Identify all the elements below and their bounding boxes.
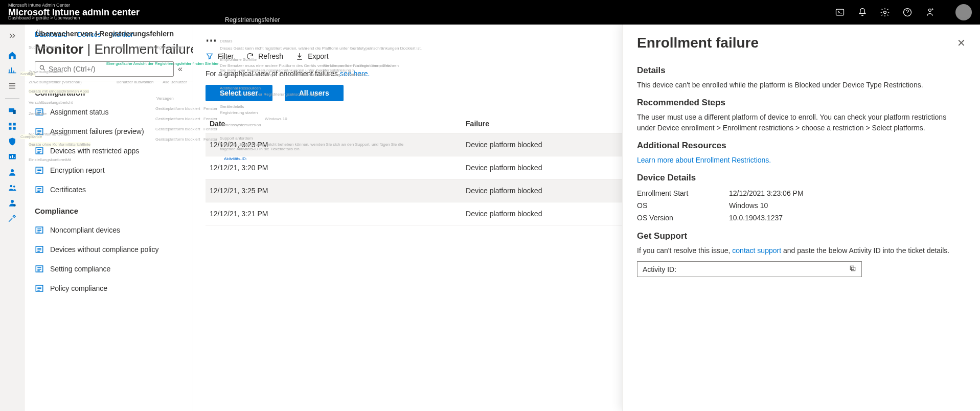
steps-heading: Recommended Steps (637, 98, 966, 108)
svg-point-19 (40, 65, 43, 69)
all-services-icon[interactable] (7, 81, 17, 91)
resources-link[interactable]: Learn more about Enrollment Restrictions… (637, 156, 771, 164)
devices-icon[interactable] (7, 106, 17, 116)
nav-encryption[interactable]: Encryption report (25, 161, 193, 180)
kv-os-version: OS Version 10.0.19043.1237 (637, 212, 966, 224)
contact-support-link[interactable]: contact support (732, 246, 781, 255)
svg-rect-9 (13, 127, 15, 130)
col-date[interactable]: Date (206, 115, 462, 133)
details-text: This device can't be enrolled while the … (637, 80, 966, 90)
select-user-button[interactable]: Select user (206, 85, 272, 101)
page-title: Monitor | Enrollment failures (25, 41, 193, 61)
info-link[interactable]: see here. (340, 70, 370, 78)
section-configuration: Configuration (25, 81, 193, 102)
nav-noncompliant[interactable]: Noncompliant devices (25, 220, 193, 240)
support-text: If you can't resolve this issue, contact… (637, 245, 966, 256)
kv-enrollment-start: Enrollment Start 12/12/2021 3:23:06 PM (637, 187, 966, 199)
copy-icon[interactable] (849, 265, 856, 273)
collapse-nav-icon[interactable]: « (178, 64, 183, 74)
list-icon (35, 284, 44, 293)
nav-devices-restricted[interactable]: Devices with restricted apps (25, 141, 193, 161)
steps-text: The user must use a different platform o… (637, 112, 966, 133)
topbar-brand: Microsoft Intune Admin Center Microsoft … (8, 3, 140, 21)
export-label: Export (308, 52, 328, 60)
tenant-admin-icon[interactable] (7, 198, 17, 208)
resources-heading: Additional Resources (637, 141, 966, 151)
filter-button[interactable]: Filter (206, 52, 234, 60)
nav-setting-compliance[interactable]: Setting compliance (25, 259, 193, 279)
breadcrumb-sep: › (103, 31, 109, 38)
export-button[interactable]: Export (295, 52, 328, 60)
breadcrumb-monitor[interactable]: Monitor (111, 31, 133, 38)
feedback-icon[interactable] (925, 7, 935, 17)
expand-nav-icon[interactable] (5, 29, 19, 45)
apps-icon[interactable] (7, 121, 17, 131)
kv-val: 10.0.19043.1237 (729, 214, 783, 222)
nav-certificates[interactable]: Certificates (25, 180, 193, 199)
list-icon (35, 107, 44, 117)
breadcrumb-sep: › (69, 31, 75, 38)
nav-label: Assignment status (50, 108, 108, 116)
kv-key: Enrollment Start (637, 189, 729, 197)
nav-assignment-status[interactable]: Assignment status (25, 102, 193, 122)
left-rail: Compliance Konfiguration (0, 25, 25, 411)
all-users-button[interactable]: All users (285, 85, 344, 101)
nav-label: Devices with restricted apps (50, 147, 139, 155)
svg-point-17 (11, 200, 14, 203)
list-icon (35, 225, 44, 235)
section-compliance: Compliance (25, 199, 193, 220)
list-icon (35, 245, 44, 254)
kv-val: Windows 10 (729, 201, 768, 210)
refresh-button[interactable]: Refresh (246, 52, 283, 60)
notifications-icon[interactable] (857, 7, 868, 17)
cell-date: 12/12/21, 3:23 PM (206, 133, 462, 156)
nav-label: Noncompliant devices (50, 226, 120, 234)
search-wrap: « (25, 61, 193, 81)
details-heading: Details (637, 65, 966, 76)
device-details-heading: Device Details (637, 173, 966, 183)
list-icon (35, 264, 44, 273)
groups-icon[interactable] (7, 182, 17, 193)
topbar-breadcrumb-mini: Dashboard > geräte > Überwachen (8, 16, 140, 20)
svg-rect-6 (9, 123, 11, 125)
help-icon[interactable] (902, 7, 913, 17)
dashboard-icon[interactable] (7, 65, 17, 76)
search-input[interactable] (35, 61, 174, 77)
nav-policy-compliance[interactable]: Policy compliance (25, 279, 193, 298)
list-icon (35, 166, 44, 175)
breadcrumb: Dashboard › Devices › Monitor (25, 31, 193, 41)
filter-label: Filter (218, 52, 234, 60)
nav-assignment-failures[interactable]: Assignment failures (preview) (25, 122, 193, 141)
home-icon[interactable] (7, 50, 17, 60)
list-icon (35, 146, 44, 155)
nav-label: Certificates (50, 186, 86, 194)
nav-label: Setting compliance (50, 265, 110, 273)
activity-id-box: Activity ID: (637, 261, 862, 277)
activity-id-label: Activity ID: (643, 265, 676, 273)
kv-val: 12/12/2021 3:23:06 PM (729, 189, 804, 197)
svg-point-16 (13, 186, 15, 188)
topbar-center-label: Registrierungsfehler (225, 16, 280, 24)
svg-point-15 (10, 185, 12, 188)
svg-rect-8 (9, 127, 11, 130)
rail-divider (5, 98, 19, 99)
breadcrumb-dashboard[interactable]: Dashboard (35, 31, 67, 38)
svg-rect-29 (852, 267, 855, 271)
user-avatar[interactable] (955, 4, 972, 20)
breadcrumb-devices[interactable]: Devices (77, 31, 101, 38)
troubleshoot-icon[interactable] (7, 213, 17, 223)
cloud-shell-icon[interactable] (835, 7, 845, 17)
close-icon[interactable]: ✕ (957, 37, 966, 49)
list-icon (35, 185, 44, 194)
endpoint-security-icon[interactable] (7, 136, 17, 147)
kv-key: OS (637, 201, 729, 210)
nav-no-policy[interactable]: Devices without compliance policy (25, 240, 193, 259)
users-icon[interactable] (7, 167, 17, 177)
cell-date: 12/12/21, 3:20 PM (206, 156, 462, 179)
kv-os: OS Windows 10 (637, 199, 966, 212)
settings-gear-icon[interactable] (880, 7, 890, 17)
nav-label: Encryption report (50, 166, 105, 174)
support-p2: and paste the below Activity ID into the… (783, 246, 949, 255)
reports-icon[interactable] (7, 152, 17, 162)
topbar-actions (835, 4, 972, 20)
